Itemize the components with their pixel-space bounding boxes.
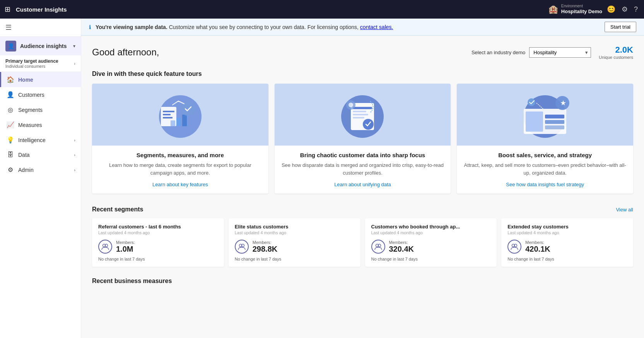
target-text: Primary target audience Individual consu… <box>5 58 58 69</box>
feature-card-2-link[interactable]: Learn about unifying data <box>334 182 391 187</box>
env-label: Environment <box>561 3 602 9</box>
segment-members-label-3: Members: <box>525 240 550 245</box>
segment-icon-1 <box>235 240 249 254</box>
info-bar-text: ℹ You're viewing sample data. Customize … <box>89 24 393 30</box>
sidebar-item-segments[interactable]: ◎ Segments <box>0 102 81 117</box>
segment-no-change-1: No change in last 7 days <box>235 257 354 261</box>
feature-card-1: Segments, measures, and more Learn how t… <box>92 84 268 194</box>
segment-count-block-0: Members: 1.0M <box>116 240 135 254</box>
svg-text:★: ★ <box>560 99 566 107</box>
segment-card-3: Extended stay customers Last updated 4 m… <box>501 218 633 267</box>
industry-demo-select[interactable]: Hospitality Retail Financial Services He… <box>529 47 591 58</box>
home-icon: 🏠 <box>7 76 14 83</box>
feature-card-3-body: Boost sales, service, and strategy Attra… <box>457 146 633 194</box>
segment-card-2: Customers who booked through ap... Last … <box>365 218 497 267</box>
start-trial-button[interactable]: Start trial <box>605 22 636 32</box>
feature-card-3-desc: Attract, keep, and sell more to customer… <box>463 161 627 177</box>
unique-count: 2.0K <box>599 45 633 55</box>
contact-sales-link[interactable]: contact sales. <box>360 24 393 30</box>
segment-title-0: Referral customers - last 6 months <box>98 224 218 230</box>
sidebar-item-intelligence[interactable]: 💡 Intelligence › <box>0 132 81 148</box>
intelligence-icon: 💡 <box>7 136 14 144</box>
segment-members-label-0: Members: <box>116 240 135 245</box>
segment-updated-3: Last updated 4 months ago <box>507 230 627 235</box>
feature-card-1-body: Segments, measures, and more Learn how t… <box>92 146 268 194</box>
segment-members-label-2: Members: <box>389 240 414 245</box>
target-subtitle: Individual consumers <box>5 64 58 69</box>
svg-rect-13 <box>353 114 368 115</box>
target-chevron-icon: › <box>74 61 75 66</box>
info-icon: ℹ <box>89 24 91 30</box>
segment-updated-2: Last updated 4 months ago <box>371 230 491 235</box>
unique-customers-stat: 2.0K Unique customers <box>599 45 633 60</box>
recent-segments-title: Recent segments <box>92 206 143 213</box>
segment-members-row-1: Members: 298.8K <box>235 240 354 254</box>
audience-label: Audience insights <box>20 43 69 49</box>
feature-tours-title: Dive in with these quick feature tours <box>92 70 633 77</box>
feature-card-1-link[interactable]: Learn about key features <box>152 182 208 187</box>
feature-card-1-title: Segments, measures, and more <box>98 152 262 158</box>
primary-target-audience[interactable]: Primary target audience Individual consu… <box>0 55 81 72</box>
feature-card-3-image: ★ <box>457 84 633 146</box>
feature-card-1-desc: Learn how to merge data, create segments… <box>98 161 262 177</box>
segments-grid: Referral customers - last 6 months Last … <box>92 218 633 267</box>
svg-point-26 <box>528 98 535 106</box>
feature-card-3-link[interactable]: See how data insights fuel strategy <box>506 182 584 187</box>
segment-count-block-2: Members: 320.4K <box>389 240 414 254</box>
feature-card-1-image <box>92 84 268 146</box>
segment-count-3: 420.1K <box>525 245 550 254</box>
sidebar-item-label-admin: Admin <box>18 167 70 173</box>
recent-measures-title: Recent business measures <box>92 278 633 285</box>
sidebar-item-measures[interactable]: 📈 Measures <box>0 117 81 132</box>
segment-count-block-3: Members: 420.1K <box>525 240 550 254</box>
environment-block: 🏨 Environment Hospitality Demo <box>548 3 602 15</box>
svg-point-8 <box>181 102 195 116</box>
sidebar-item-home[interactable]: 🏠 Home <box>0 72 81 87</box>
svg-rect-6 <box>176 118 181 126</box>
sidebar: ☰ 👤 Audience insights ▾ Primary target a… <box>0 19 81 338</box>
greeting-text: Good afternoon, <box>92 47 471 58</box>
env-icon: 🏨 <box>548 5 558 14</box>
segment-count-1: 298.8K <box>253 245 278 254</box>
svg-rect-14 <box>353 117 364 118</box>
sidebar-item-label-customers: Customers <box>18 92 75 98</box>
segment-no-change-2: No change in last 7 days <box>371 257 491 261</box>
svg-rect-7 <box>182 115 187 126</box>
segment-updated-0: Last updated 4 months ago <box>98 230 218 235</box>
audience-insights-section[interactable]: 👤 Audience insights ▾ <box>0 37 81 55</box>
sidebar-navigation: 🏠 Home 👤 Customers ◎ Segments 📈 Measures… <box>0 72 81 177</box>
info-text-mid: Customize what you see by connecting to … <box>169 24 360 30</box>
help-button[interactable]: ? <box>632 4 639 15</box>
segment-card-0: Referral customers - last 6 months Last … <box>92 218 224 267</box>
svg-rect-22 <box>545 120 564 124</box>
env-name: Hospitality Demo <box>561 9 602 15</box>
unique-label: Unique customers <box>599 55 633 60</box>
svg-point-17 <box>348 103 353 107</box>
segment-icon-2 <box>371 240 385 254</box>
feature-card-3-title: Boost sales, service, and strategy <box>463 152 627 158</box>
svg-rect-2 <box>163 111 174 112</box>
page-content: Good afternoon, Select an industry demo … <box>81 36 644 299</box>
feature-card-2-body: Bring chaotic customer data into sharp f… <box>275 146 451 194</box>
collapse-button[interactable]: ☰ <box>5 23 12 32</box>
nav-right: 🏨 Environment Hospitality Demo 😊 ⚙ ? <box>548 3 639 15</box>
feature-card-3: ★ Boost sales, service, and strategy Att… <box>457 84 633 194</box>
segment-members-row-2: Members: 320.4K <box>371 240 491 254</box>
env-text: Environment Hospitality Demo <box>561 3 602 15</box>
sidebar-item-data[interactable]: 🗄 Data › <box>0 148 81 162</box>
segment-title-1: Elite status customers <box>235 224 354 230</box>
segment-count-0: 1.0M <box>116 245 135 254</box>
sidebar-item-admin[interactable]: ⚙ Admin › <box>0 162 81 177</box>
segment-count-block-1: Members: 298.8K <box>253 240 278 254</box>
svg-rect-4 <box>163 117 173 118</box>
sidebar-item-customers[interactable]: 👤 Customers <box>0 87 81 102</box>
view-all-segments-link[interactable]: View all <box>616 207 633 213</box>
svg-rect-23 <box>545 125 564 129</box>
emoji-button[interactable]: 😊 <box>605 3 617 15</box>
settings-button[interactable]: ⚙ <box>620 3 629 15</box>
demo-selector-label: Select an industry demo <box>471 50 525 55</box>
segment-icon-0 <box>98 240 112 254</box>
waffle-icon[interactable]: ⊞ <box>5 5 10 14</box>
data-icon: 🗄 <box>7 151 14 158</box>
sidebar-item-label-intelligence: Intelligence <box>18 137 70 143</box>
